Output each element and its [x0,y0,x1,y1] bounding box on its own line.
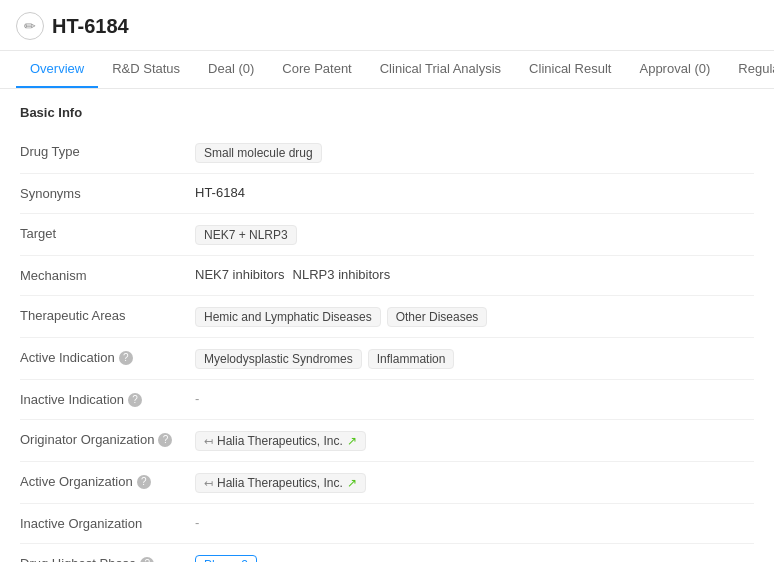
tab-clinical-trial[interactable]: Clinical Trial Analysis [366,51,515,88]
active-org-value: ↤ Halia Therapeutics, Inc. ↗ [195,472,754,493]
tab-overview[interactable]: Overview [16,51,98,88]
drug-highest-phase-help-icon[interactable]: ? [140,557,154,563]
mechanism-value: NEK7 inhibitors NLRP3 inhibitors [195,266,754,282]
inactive-indication-row: Inactive Indication ? - [20,380,754,420]
drug-type-value: Small molecule drug [195,142,754,163]
active-org-name: Halia Therapeutics, Inc. [217,476,343,490]
drug-highest-phase-value: Phase 2 [195,554,754,562]
target-row: Target NEK7 + NLRP3 [20,214,754,256]
active-indication-value: Myelodysplastic Syndromes Inflammation [195,348,754,369]
drug-type-row: Drug Type Small molecule drug [20,132,754,174]
org-arrow-icon: ↤ [204,435,213,448]
inactive-indication-value: - [195,390,754,406]
active-org-help-icon[interactable]: ? [137,475,151,489]
navigation-tabs: Overview R&D Status Deal (0) Core Patent… [0,51,774,89]
inactive-indication-dash: - [195,391,199,406]
mechanism-item-2: NLRP3 inhibitors [293,267,391,282]
therapeutic-area-tag-2: Other Diseases [387,307,488,327]
synonyms-label: Synonyms [20,184,195,201]
originator-org-name: Halia Therapeutics, Inc. [217,434,343,448]
originator-org-row: Originator Organization ? ↤ Halia Therap… [20,420,754,462]
active-indication-tag-1: Myelodysplastic Syndromes [195,349,362,369]
mechanism-label: Mechanism [20,266,195,283]
target-value: NEK7 + NLRP3 [195,224,754,245]
drug-highest-phase-tag: Phase 2 [195,555,257,562]
originator-org-tag[interactable]: ↤ Halia Therapeutics, Inc. ↗ [195,431,366,451]
tab-regulation[interactable]: Regulation (0) [724,51,774,88]
main-content: Basic Info Drug Type Small molecule drug… [0,89,774,562]
inactive-indication-label: Inactive Indication ? [20,390,195,407]
drug-highest-phase-row: Drug Highest Phase ? Phase 2 [20,544,754,562]
tab-clinical-result[interactable]: Clinical Result [515,51,625,88]
mechanism-item-1: NEK7 inhibitors [195,267,285,282]
synonyms-row: Synonyms HT-6184 [20,174,754,214]
target-tag: NEK7 + NLRP3 [195,225,297,245]
header-area: ✏ HT-6184 Overview R&D Status Deal (0) C… [0,0,774,89]
inactive-org-value: - [195,514,754,530]
synonyms-value: HT-6184 [195,184,754,200]
tab-approval[interactable]: Approval (0) [625,51,724,88]
org-link-icon: ↗ [347,434,357,448]
drug-icon: ✏ [16,12,44,40]
tab-core-patent[interactable]: Core Patent [268,51,365,88]
originator-org-label: Originator Organization ? [20,430,195,447]
drug-title: HT-6184 [52,15,129,38]
active-indication-help-icon[interactable]: ? [119,351,133,365]
section-title: Basic Info [20,105,754,120]
active-indication-label: Active Indication ? [20,348,195,365]
active-indication-row: Active Indication ? Myelodysplastic Synd… [20,338,754,380]
inactive-org-label: Inactive Organization [20,514,195,531]
inactive-org-dash: - [195,515,199,530]
therapeutic-area-tag-1: Hemic and Lymphatic Diseases [195,307,381,327]
target-label: Target [20,224,195,241]
originator-org-value: ↤ Halia Therapeutics, Inc. ↗ [195,430,754,451]
active-indication-tag-2: Inflammation [368,349,455,369]
active-org-link-icon: ↗ [347,476,357,490]
originator-org-help-icon[interactable]: ? [158,433,172,447]
inactive-org-row: Inactive Organization - [20,504,754,544]
active-org-arrow-icon: ↤ [204,477,213,490]
mechanism-row: Mechanism NEK7 inhibitors NLRP3 inhibito… [20,256,754,296]
tab-rd-status[interactable]: R&D Status [98,51,194,88]
active-org-tag[interactable]: ↤ Halia Therapeutics, Inc. ↗ [195,473,366,493]
inactive-indication-help-icon[interactable]: ? [128,393,142,407]
therapeutic-areas-value: Hemic and Lymphatic Diseases Other Disea… [195,306,754,327]
active-org-row: Active Organization ? ↤ Halia Therapeuti… [20,462,754,504]
drug-highest-phase-label: Drug Highest Phase ? [20,554,195,562]
therapeutic-areas-row: Therapeutic Areas Hemic and Lymphatic Di… [20,296,754,338]
drug-type-label: Drug Type [20,142,195,159]
tab-deal[interactable]: Deal (0) [194,51,268,88]
synonyms-text: HT-6184 [195,185,245,200]
drug-type-tag: Small molecule drug [195,143,322,163]
therapeutic-areas-label: Therapeutic Areas [20,306,195,323]
active-org-label: Active Organization ? [20,472,195,489]
